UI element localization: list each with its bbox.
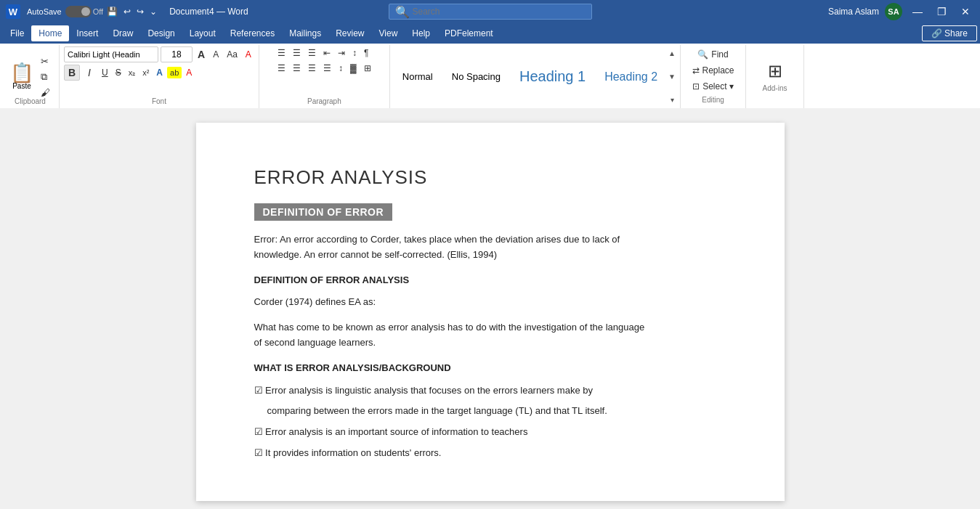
paragraph-1: Error: An error according to Corder, tak… <box>254 232 726 263</box>
decrease-font-button[interactable]: A <box>210 48 222 61</box>
justify-button[interactable]: ☰ <box>320 62 334 75</box>
font-size-input[interactable] <box>161 46 193 62</box>
search-input[interactable] <box>413 7 586 17</box>
styles-gallery: Normal No Spacing Heading 1 Heading 2 <box>393 64 667 90</box>
menu-layout[interactable]: Layout <box>182 25 223 41</box>
line-spacing-button[interactable]: ↕ <box>336 62 346 75</box>
paragraph-4: What has come to be known as error analy… <box>254 320 726 351</box>
title-bar-search: 🔍 <box>389 4 592 20</box>
shading-button[interactable]: ▓ <box>347 62 360 75</box>
align-left-button[interactable]: ☰ <box>275 62 288 75</box>
close-button[interactable]: ✕ <box>957 6 974 17</box>
paste-button[interactable]: 📋 Paste <box>7 62 36 91</box>
number-list-button[interactable]: ☰ <box>290 46 304 60</box>
title-bar-right: Saima Aslam SA — ❐ ✕ <box>592 3 975 20</box>
paragraph-3: Corder (1974) defines EA as: <box>254 295 726 310</box>
menu-help[interactable]: Help <box>405 25 437 41</box>
highlight-button[interactable]: ab <box>167 67 182 78</box>
show-all-button[interactable]: ¶ <box>361 46 371 60</box>
menu-review[interactable]: Review <box>328 25 371 41</box>
styles-scroll-down-button[interactable]: ▼ <box>667 71 677 82</box>
autosave-toggle[interactable] <box>65 6 92 17</box>
underline-button[interactable]: U <box>99 66 111 79</box>
multi-list-button[interactable]: ☰ <box>305 46 319 60</box>
menu-insert[interactable]: Insert <box>69 25 105 41</box>
replace-button[interactable]: ⇄ Replace <box>689 64 737 77</box>
find-button[interactable]: 🔍 Find <box>694 48 731 61</box>
menu-file[interactable]: File <box>3 25 31 41</box>
paragraph-5-heading: WHAT IS ERROR ANALYSIS/BACKGROUND <box>254 361 726 376</box>
replace-icon: ⇄ <box>692 65 700 76</box>
document-area: ERROR ANALYSIS DEFINITION OF ERROR Error… <box>0 108 980 509</box>
restore-button[interactable]: ❐ <box>933 6 951 17</box>
bullet-item-1b: comparing between the errors made in the… <box>254 404 726 419</box>
heading-block: DEFINITION OF ERROR <box>254 203 393 221</box>
editing-label: Editing <box>702 96 724 105</box>
subscript-button[interactable]: x₂ <box>126 67 139 79</box>
addins-section: ⊞ Add-ins <box>746 45 804 108</box>
save-button[interactable]: 💾 <box>105 5 120 18</box>
select-button[interactable]: ⊡ Select ▾ <box>689 80 737 93</box>
paragraph-section: ☰ ☰ ☰ ⇤ ⇥ ↕ ¶ ☰ ☰ ☰ ☰ ↕ ▓ ⊞ Pa <box>259 45 390 108</box>
style-normal[interactable]: Normal <box>393 64 442 90</box>
font-row2: B I U S x₂ x² A ab A <box>64 65 254 81</box>
increase-font-button[interactable]: A <box>195 47 208 62</box>
italic-button[interactable]: I <box>81 65 97 81</box>
share-button[interactable]: 🔗 Share <box>922 25 977 41</box>
sort-button[interactable]: ↕ <box>349 46 360 60</box>
style-heading1[interactable]: Heading 1 <box>510 64 595 90</box>
style-heading2[interactable]: Heading 2 <box>595 64 667 90</box>
paste-icon: 📋 <box>10 63 33 82</box>
menu-pdfelement[interactable]: PDFelement <box>437 25 501 41</box>
bullet-item-1: ☑ Error analysis is linguistic analysis … <box>254 383 726 399</box>
style-no-spacing[interactable]: No Spacing <box>442 64 510 90</box>
add-ins-button[interactable]: ⊞ <box>765 60 785 83</box>
align-right-button[interactable]: ☰ <box>305 62 319 75</box>
document-body: Error: An error according to Corder, tak… <box>254 232 726 461</box>
minimize-button[interactable]: — <box>908 6 927 17</box>
menu-design[interactable]: Design <box>140 25 182 41</box>
clipboard-section: 📋 Paste ✂ ⧉ 🖌 Clipboard <box>1 45 60 108</box>
word-logo: W <box>6 4 20 19</box>
clipboard-label: Clipboard <box>15 97 46 107</box>
avatar[interactable]: SA <box>885 3 902 20</box>
title-search-bar[interactable]: 🔍 <box>389 4 592 20</box>
clear-format-button[interactable]: A <box>243 48 254 61</box>
menu-home[interactable]: Home <box>31 25 69 41</box>
select-icon: ⊡ <box>692 81 700 91</box>
font-name-input[interactable] <box>64 46 158 62</box>
styles-scroll-up-button[interactable]: ▲ <box>667 48 677 59</box>
increase-indent-button[interactable]: ⇥ <box>335 46 348 60</box>
menu-mailings[interactable]: Mailings <box>282 25 328 41</box>
cut-button[interactable]: ✂ <box>38 54 53 68</box>
paragraph-label: Paragraph <box>307 97 341 107</box>
styles-more-button[interactable]: ▾ <box>667 94 677 105</box>
doc-title: Document4 — Word <box>169 7 248 17</box>
text-effects-button[interactable]: A <box>153 66 166 79</box>
styles-scroll: ▲ ▼ ▾ <box>667 48 677 105</box>
autosave-state: Off <box>93 7 103 16</box>
font-row1: A A Aa A <box>64 46 254 62</box>
styles-section: Normal No Spacing Heading 1 Heading 2 ▲ … <box>390 45 681 108</box>
bullet-item-2: ☑ Error analysis is an important source … <box>254 425 726 440</box>
addins-label: Add-ins <box>763 84 787 94</box>
font-label: Font <box>152 97 166 107</box>
redo-button[interactable]: ↪ <box>134 5 146 18</box>
menu-draw[interactable]: Draw <box>105 25 140 41</box>
menu-view[interactable]: View <box>372 25 405 41</box>
copy-button[interactable]: ⧉ <box>38 70 53 84</box>
undo-button[interactable]: ↩ <box>121 5 133 18</box>
autosave-label: AutoSave <box>25 6 64 17</box>
menu-references[interactable]: References <box>223 25 282 41</box>
bold-button[interactable]: B <box>64 65 80 81</box>
quick-access-toolbar: AutoSave Off 💾 ↩ ↪ ⌄ <box>25 5 159 18</box>
strikethrough-button[interactable]: S <box>113 66 124 79</box>
align-center-button[interactable]: ☰ <box>290 62 304 75</box>
decrease-indent-button[interactable]: ⇤ <box>320 46 333 60</box>
change-case-button[interactable]: Aa <box>224 48 240 61</box>
more-quick-access-button[interactable]: ⌄ <box>147 5 159 18</box>
borders-button[interactable]: ⊞ <box>361 62 374 75</box>
font-color-button[interactable]: A <box>183 66 195 79</box>
superscript-button[interactable]: x² <box>139 67 152 78</box>
bullet-list-button[interactable]: ☰ <box>275 46 288 60</box>
